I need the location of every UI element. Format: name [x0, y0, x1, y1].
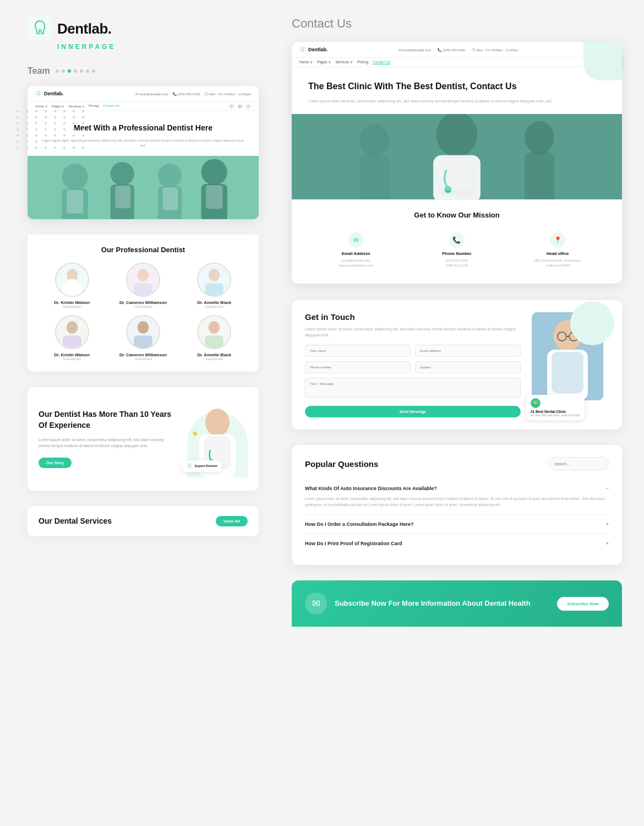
- exp-desc: Lorem ipsum dolor sit amet, consectetur …: [39, 437, 173, 449]
- svg-point-5: [111, 162, 134, 186]
- dentist-item-2: Dr. Cameron Williamson Orthodontist: [110, 263, 176, 308]
- dentist-avatar-4: [55, 315, 89, 349]
- subject-input[interactable]: [415, 361, 521, 373]
- services-heading: Our Dental Services: [39, 517, 112, 525]
- faq-section: Popular Questions What Kinds Of Auto Ins…: [292, 445, 622, 565]
- faq-item-3: How Do I Print Proof of Registration Car…: [305, 534, 609, 553]
- faq-question-1[interactable]: What Kinds Of Auto Insurance Discounts A…: [305, 486, 609, 491]
- exp-content: Our Dentist Has More Than 10 Years Of Ex…: [39, 409, 173, 468]
- preview-social-links: f in t: [229, 104, 251, 109]
- faq-heading: Popular Questions: [305, 459, 378, 469]
- our-story-button[interactable]: Our Story: [39, 458, 72, 468]
- badge-title: #1 Best Dental Clinic: [531, 410, 580, 414]
- dentist-role-6: Endodontist: [181, 357, 248, 361]
- get-in-touch-section: Get in Touch Lorem ipsum dolor sit amet,…: [292, 300, 622, 430]
- services-header: Our Dental Services View All: [39, 516, 248, 526]
- svg-rect-30: [134, 335, 152, 347]
- services-section: Our Dental Services View All: [28, 506, 259, 536]
- exp-badge: 🦷 Expert Dentist: [182, 460, 222, 472]
- subscribe-heading: Subscribe Now For More Information About…: [335, 599, 531, 608]
- exp-doctor-image: ★ 🦷 Expert Dentist: [182, 400, 248, 477]
- rp-hero-image: [292, 114, 622, 199]
- badge-sub: we won the best clinic award of 2020: [531, 414, 580, 417]
- mission-item-office: 📍 Head office 1891 Ranchview Dr. Richard…: [510, 228, 605, 273]
- faq-question-3[interactable]: How Do I Print Proof of Registration Car…: [305, 541, 609, 546]
- right-preview-card: Dentlab. ✉ email@dentlab.com 📞 (203) 555…: [292, 42, 622, 284]
- svg-text:★: ★: [192, 429, 199, 438]
- location-mission-icon: 📍: [550, 232, 565, 248]
- svg-rect-21: [134, 283, 152, 295]
- logo-text: Dentlab.: [57, 20, 112, 37]
- dentist-role-4: Pediadontist: [39, 357, 105, 361]
- rp-hero: The Best Clinic With The Best Dentist, C…: [292, 67, 622, 114]
- touch-desc: Lorem ipsum dolor sit amet, consectetur …: [305, 326, 521, 338]
- preview-nav-bar: Dentlab. ✉ email@dentlab.com 📞 (203) 555…: [28, 86, 259, 102]
- rp-hero-desc: Lorem ipsum dolor sit amet, consectetur …: [308, 98, 605, 104]
- touch-green-deco: [570, 301, 614, 345]
- mission-grid: ✉ Email Address email@dentlab.com busine…: [308, 228, 605, 273]
- svg-point-9: [201, 159, 227, 185]
- expert-badge-icon: 🦷: [186, 463, 193, 469]
- dentist-role-2: Orthodontist: [110, 305, 176, 308]
- dentist-name-4: Dr. Kristin Watson: [39, 352, 105, 357]
- svg-rect-27: [63, 335, 81, 347]
- rp-hero-text: The Best Clinic With The Best Dentist, C…: [308, 80, 605, 104]
- dentist-name-1: Dr. Kristin Watson: [39, 300, 105, 305]
- faq-question-2[interactable]: How Do I Order a Consultation Package He…: [305, 521, 609, 527]
- contact-form: Get in Touch Lorem ipsum dolor sit amet,…: [305, 312, 521, 417]
- dentist-name-3: Dr. Annette Black: [181, 300, 248, 305]
- mission-office-line1: 1891 Ranchview Dr. Richardson,: [515, 258, 601, 263]
- form-row-name-email: [305, 345, 521, 357]
- experience-section: Our Dentist Has More Than 10 Years Of Ex…: [28, 387, 259, 491]
- svg-rect-14: [206, 185, 222, 209]
- subscribe-icon: ✉: [305, 593, 327, 615]
- svg-rect-49: [438, 158, 476, 191]
- svg-rect-46: [359, 155, 389, 199]
- right-column: Contact Us Dentlab. ✉ email@dentlab.com …: [275, 0, 644, 627]
- svg-point-47: [525, 121, 554, 154]
- svg-rect-13: [163, 188, 178, 210]
- contact-header: Contact Us: [292, 17, 622, 31]
- svg-point-29: [138, 321, 149, 333]
- form-row-phone-subject: [305, 361, 521, 373]
- rp-hero-title: The Best Clinic With The Best Dentist, C…: [308, 80, 605, 93]
- dentist-avatar-6: [197, 315, 231, 349]
- mission-item-phone: 📞 Phone Number (203) 555-0190 (209) 913-…: [409, 228, 504, 273]
- subscribe-button[interactable]: Subscribe Now: [557, 597, 609, 611]
- subscribe-section: ✉ Subscribe Now For More Information Abo…: [292, 580, 622, 627]
- faq-toggle-3[interactable]: +: [606, 541, 609, 546]
- mission-item-email: ✉ Email Address email@dentlab.com busine…: [308, 228, 403, 273]
- name-input[interactable]: [305, 345, 411, 357]
- svg-point-26: [66, 321, 78, 333]
- svg-point-23: [209, 269, 220, 281]
- dentist-name-6: Dr. Annette Black: [181, 352, 248, 357]
- dentist-section: Our Professional Dentist Dr. Kristin Wat…: [28, 235, 259, 372]
- mission-email-line2: business@dentlab.com: [313, 263, 399, 268]
- faq-answer-1: Lorem ipsum dolor sit amet, consectetur …: [305, 496, 609, 508]
- subscribe-content: ✉ Subscribe Now For More Information Abo…: [305, 593, 531, 615]
- faq-toggle-2[interactable]: +: [606, 521, 609, 527]
- mission-section: Get to Know Our Mission ✉ Email Address …: [292, 199, 622, 284]
- dentist-item-5: Dr. Cameron Williamson Orthodontist: [110, 315, 176, 361]
- preview-nav-links: Home ∨ Pages ∨ Services ∨ Pricing Contac…: [35, 102, 119, 110]
- view-all-button[interactable]: View All: [216, 516, 248, 526]
- badge-icon: 🏆: [531, 398, 541, 408]
- svg-rect-18: [63, 283, 81, 295]
- dentist-item-4: Dr. Kristin Watson Pediadontist: [39, 315, 105, 361]
- phone-input[interactable]: [305, 361, 411, 373]
- dentist-grid: Dr. Kristin Watson Pediadontist Dr. Came…: [39, 263, 248, 361]
- svg-point-45: [359, 124, 389, 157]
- left-column: Dentlab. INNERPAGE for(let i=0;i<56;i++)…: [0, 0, 275, 536]
- exp-title: Our Dentist Has More Than 10 Years Of Ex…: [39, 409, 173, 431]
- faq-search-input[interactable]: [548, 457, 609, 470]
- faq-item-1: What Kinds Of Auto Insurance Discounts A…: [305, 479, 609, 515]
- faq-toggle-1[interactable]: −: [606, 486, 609, 491]
- email-input[interactable]: [415, 345, 521, 357]
- message-textarea[interactable]: [305, 378, 521, 398]
- svg-point-20: [138, 269, 149, 281]
- dentist-name-2: Dr. Cameron Williamson: [110, 300, 176, 305]
- mission-office-line2: California 62639: [515, 263, 601, 268]
- send-message-button[interactable]: Send Message: [305, 406, 521, 417]
- faq-header: Popular Questions: [305, 457, 609, 470]
- rp-logo: Dentlab.: [299, 46, 328, 53]
